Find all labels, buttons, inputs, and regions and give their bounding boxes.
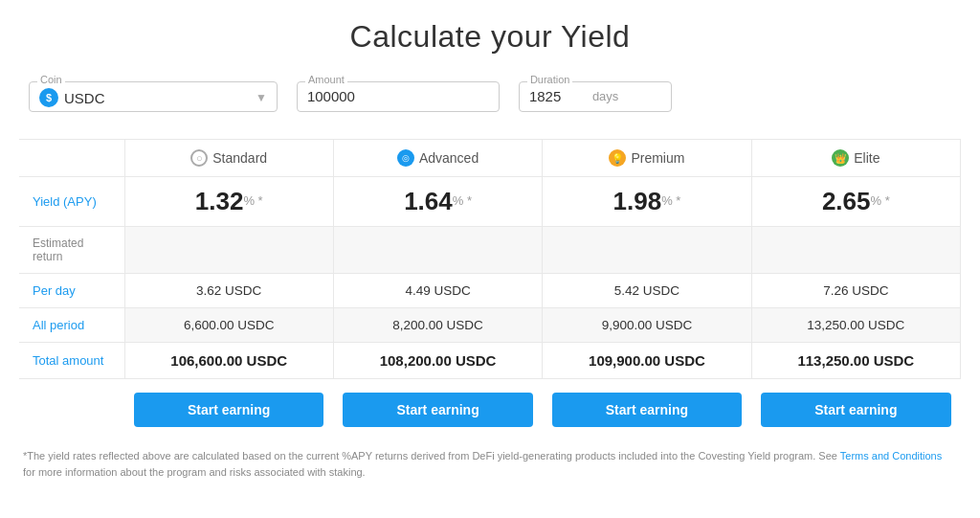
total-premium-cell: 109,900.00 USDC <box>543 343 751 379</box>
tier-advanced-label: Advanced <box>419 150 479 166</box>
duration-label: Duration <box>527 74 573 85</box>
apy-standard-value: 1.32 <box>195 187 244 215</box>
total-row: Total amount 106,600.00 USDC 108,200.00 … <box>19 343 961 379</box>
footnote-text-before: *The yield rates reflected above are cal… <box>23 450 840 462</box>
estimated-row: Estimated return <box>19 227 961 274</box>
yield-standard-cell: 1.32% * <box>124 177 333 227</box>
coin-label: Coin <box>37 74 65 85</box>
tier-premium-label: Premium <box>631 150 684 166</box>
coin-field[interactable]: Coin $ ▼ <box>29 81 278 112</box>
allperiod-elite-cell: 13,250.00 USDC <box>751 308 960 343</box>
perday-premium-cell: 5.42 USDC <box>543 274 751 308</box>
total-row-label: Total amount <box>19 343 124 379</box>
elite-icon: 👑 <box>832 149 849 167</box>
actions-advanced-cell: Start earning <box>333 379 542 441</box>
apy-premium-pct: % * <box>661 193 680 208</box>
tier-header-row: ○ Standard ◎ Advanced 💡 Premium 👑 <box>19 140 961 177</box>
yield-row-label: Yield (APY) <box>19 177 124 227</box>
estimated-premium-cell <box>543 227 751 274</box>
advanced-icon: ◎ <box>397 149 414 167</box>
premium-icon: 💡 <box>609 149 626 167</box>
duration-suffix: days <box>592 89 618 103</box>
duration-field[interactable]: Duration days <box>519 81 672 112</box>
estimated-row-label: Estimated return <box>19 227 124 274</box>
amount-field[interactable]: Amount <box>297 81 500 112</box>
actions-standard-cell: Start earning <box>124 379 333 441</box>
chevron-down-icon: ▼ <box>256 91 267 104</box>
estimated-advanced-cell <box>333 227 542 274</box>
yield-premium-cell: 1.98% * <box>543 177 751 227</box>
yield-elite-cell: 2.65% * <box>751 177 960 227</box>
apy-premium-value: 1.98 <box>613 187 662 215</box>
start-earning-standard-button[interactable]: Start earning <box>134 393 323 427</box>
tier-premium-header: 💡 Premium <box>543 140 751 177</box>
actions-premium-cell: Start earning <box>543 379 751 441</box>
allperiod-standard-cell: 6,600.00 USDC <box>124 308 333 343</box>
apy-advanced-pct: % * <box>453 193 472 208</box>
start-earning-elite-button[interactable]: Start earning <box>761 393 950 427</box>
yield-advanced-cell: 1.64% * <box>333 177 542 227</box>
amount-label: Amount <box>305 74 347 85</box>
footnote: *The yield rates reflected above are cal… <box>19 448 961 480</box>
tier-advanced-header: ◎ Advanced <box>333 140 542 177</box>
perday-row-label: Per day <box>19 274 124 308</box>
apy-elite-pct: % * <box>871 193 890 208</box>
tier-elite-label: Elite <box>854 150 880 166</box>
apy-advanced-value: 1.64 <box>404 187 453 215</box>
total-advanced-cell: 108,200.00 USDC <box>333 343 542 379</box>
tier-standard-label: Standard <box>212 150 267 166</box>
actions-empty-cell <box>19 379 124 441</box>
apy-standard-pct: % * <box>243 193 262 208</box>
actions-row: Start earning Start earning Start earnin… <box>19 379 961 441</box>
coin-input[interactable] <box>64 90 246 106</box>
perday-standard-cell: 3.62 USDC <box>124 274 333 308</box>
apy-elite-value: 2.65 <box>822 187 871 215</box>
tier-elite-header: 👑 Elite <box>751 140 960 177</box>
allperiod-advanced-cell: 8,200.00 USDC <box>333 308 542 343</box>
start-earning-premium-button[interactable]: Start earning <box>552 393 742 427</box>
yield-row: Yield (APY) 1.32% * 1.64% * 1.98% * 2.65… <box>19 177 961 227</box>
amount-input[interactable] <box>307 88 489 104</box>
standard-icon: ○ <box>190 149 208 167</box>
perday-row: Per day 3.62 USDC 4.49 USDC 5.42 USDC 7.… <box>19 274 961 308</box>
terms-link[interactable]: Terms and Conditions <box>840 450 942 462</box>
page-title: Calculate your Yield <box>19 19 961 55</box>
perday-elite-cell: 7.26 USDC <box>751 274 960 308</box>
start-earning-advanced-button[interactable]: Start earning <box>343 393 532 427</box>
controls-bar: Coin $ ▼ Amount Duration days <box>19 81 961 112</box>
allperiod-row: All period 6,600.00 USDC 8,200.00 USDC 9… <box>19 308 961 343</box>
duration-input[interactable] <box>529 88 587 104</box>
footnote-text-after: for more information about the program a… <box>23 466 366 478</box>
empty-header <box>19 140 124 177</box>
estimated-elite-cell <box>751 227 960 274</box>
total-elite-cell: 113,250.00 USDC <box>751 343 960 379</box>
coin-icon: $ <box>39 88 58 107</box>
total-standard-cell: 106,600.00 USDC <box>124 343 333 379</box>
perday-advanced-cell: 4.49 USDC <box>333 274 542 308</box>
allperiod-premium-cell: 9,900.00 USDC <box>543 308 751 343</box>
allperiod-row-label: All period <box>19 308 124 343</box>
tier-standard-header: ○ Standard <box>124 140 333 177</box>
actions-elite-cell: Start earning <box>751 379 960 441</box>
estimated-standard-cell <box>124 227 333 274</box>
yield-table: ○ Standard ◎ Advanced 💡 Premium 👑 <box>19 139 961 440</box>
